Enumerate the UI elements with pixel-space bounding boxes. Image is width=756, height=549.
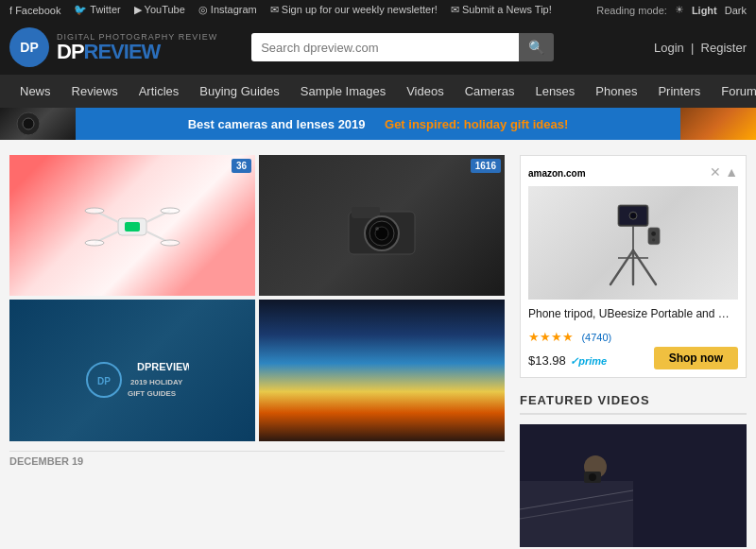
instagram-icon: ◎ <box>198 4 208 15</box>
svg-point-17 <box>375 227 379 231</box>
svg-line-23 <box>610 250 633 284</box>
search-area: 🔍 <box>251 33 554 61</box>
dark-mode-button[interactable]: Dark <box>725 5 747 16</box>
svg-point-9 <box>161 208 180 214</box>
banner-image-left <box>0 108 76 140</box>
svg-rect-32 <box>648 228 660 245</box>
svg-point-1 <box>23 118 34 129</box>
shop-now-button[interactable]: Shop now <box>654 347 738 369</box>
banner-text-area: Best cameras and lenses 2019 Get inspire… <box>76 115 680 132</box>
ad-product-title: Phone tripod, UBeesize Portable and … <box>528 307 738 322</box>
svg-point-34 <box>652 238 655 241</box>
email-icon: ✉ <box>270 4 279 15</box>
amazon-ad: amazon.com ✕ ▲ <box>520 155 747 378</box>
ad-close-button[interactable]: ✕ ▲ <box>710 164 738 180</box>
amazon-logo: amazon.com <box>528 163 586 180</box>
featured-videos-title: FEATURED VIDEOS <box>520 393 747 415</box>
logo-title: DPREVIEW <box>57 42 217 62</box>
nav-cameras[interactable]: Cameras <box>455 75 525 108</box>
article-card[interactable]: DP DPREVIEW 2019 HOLIDAY GIFT GUIDES 201… <box>9 300 255 440</box>
prime-badge: ✓prime <box>570 355 607 367</box>
date-label: DECEMBER 19 <box>9 451 505 471</box>
article-grid: 36 OPINION Gear of the Year 2019 – Dan's… <box>9 155 505 441</box>
comment-count-badge: 1616 <box>471 159 501 173</box>
newsletter-link[interactable]: ✉ Sign up for our weekly newsletter! <box>270 4 438 16</box>
instagram-link[interactable]: ◎ Instagram <box>198 4 257 16</box>
login-link[interactable]: Login <box>654 41 684 55</box>
nav-phones[interactable]: Phones <box>585 75 647 108</box>
promo-banner[interactable]: Best cameras and lenses 2019 Get inspire… <box>0 108 756 140</box>
header-auth: Login | Register <box>654 41 747 55</box>
svg-text:DP: DP <box>97 376 111 386</box>
reading-mode-label: Reading mode: <box>596 5 667 16</box>
article-image-gift: DP DPREVIEW 2019 HOLIDAY GIFT GUIDES <box>9 300 255 440</box>
article-card[interactable]: BUYING GUIDES The best cameras lenses an… <box>259 300 505 440</box>
twitter-icon: 🐦 <box>74 4 87 15</box>
banner-text-blue: Best cameras and lenses 2019 <box>188 117 366 131</box>
nav-printers[interactable]: Printers <box>647 75 711 108</box>
svg-line-25 <box>633 250 656 284</box>
ad-price: $13.98 <box>528 353 566 368</box>
featured-video-thumbnail[interactable]: ▶ <box>520 424 747 547</box>
svg-text:DPREVIEW: DPREVIEW <box>137 361 189 372</box>
article-image-camera: 1616 <box>259 155 505 296</box>
svg-text:2019 HOLIDAY: 2019 HOLIDAY <box>130 378 183 386</box>
top-bar: f Facebook 🐦 Twitter ▶ YouTube ◎ Instagr… <box>0 0 756 20</box>
nav-buying-guides[interactable]: Buying Guides <box>189 75 290 108</box>
nav-lenses[interactable]: Lenses <box>524 75 585 108</box>
ad-product-image <box>528 186 738 300</box>
article-card[interactable]: 1616 CAMERA REVIEW Nikon Z50 review: Cap… <box>259 155 505 296</box>
svg-point-11 <box>161 240 180 246</box>
sun-icon: ☀ <box>675 4 684 16</box>
search-button[interactable]: 🔍 <box>519 33 554 61</box>
svg-rect-3 <box>125 222 140 232</box>
nav-articles[interactable]: Articles <box>129 75 190 108</box>
nav-reviews[interactable]: Reviews <box>61 75 129 108</box>
svg-point-31 <box>631 214 636 218</box>
svg-text:GIFT GUIDES: GIFT GUIDES <box>128 389 177 398</box>
search-input[interactable] <box>251 33 519 61</box>
svg-point-10 <box>85 240 104 246</box>
register-link[interactable]: Register <box>701 41 747 55</box>
ad-header: amazon.com ✕ ▲ <box>528 163 738 180</box>
facebook-link[interactable]: f Facebook <box>9 5 60 16</box>
youtube-link[interactable]: ▶ YouTube <box>134 4 185 16</box>
comment-count-badge: 36 <box>232 159 251 173</box>
twitter-link[interactable]: 🐦 Twitter <box>74 4 120 16</box>
logo-icon: DP <box>9 27 49 67</box>
facebook-icon: f <box>9 5 12 16</box>
svg-point-8 <box>85 208 104 214</box>
banner-text-orange: Get inspired: holiday gift ideas! <box>385 117 568 131</box>
article-section: 36 OPINION Gear of the Year 2019 – Dan's… <box>9 155 505 549</box>
nav-forums[interactable]: Forums <box>711 75 756 108</box>
article-image-landscape <box>259 300 505 440</box>
svg-point-33 <box>651 232 656 236</box>
main-content: 36 OPINION Gear of the Year 2019 – Dan's… <box>0 140 756 549</box>
ad-price-area: $13.98 ✓prime <box>528 352 607 369</box>
article-image-drone: 36 <box>9 155 255 296</box>
nav-sample-images[interactable]: Sample Images <box>290 75 396 108</box>
article-card[interactable]: 36 OPINION Gear of the Year 2019 – Dan's… <box>9 155 255 296</box>
news-tip-link[interactable]: ✉ Submit a News Tip! <box>451 4 552 16</box>
top-bar-links: f Facebook 🐦 Twitter ▶ YouTube ◎ Instagr… <box>9 4 552 16</box>
svg-rect-36 <box>520 481 633 547</box>
banner-image-right <box>680 108 756 140</box>
nav-news[interactable]: News <box>9 75 61 108</box>
sidebar: amazon.com ✕ ▲ <box>520 155 747 549</box>
ad-rating: ★★★★ (4740) <box>528 328 738 345</box>
logo[interactable]: DP DIGITAL PHOTOGRAPHY REVIEW DPREVIEW <box>9 27 217 67</box>
light-mode-button[interactable]: Light <box>692 5 717 16</box>
nav-videos[interactable]: Videos <box>396 75 455 108</box>
main-nav: News Reviews Articles Buying Guides Samp… <box>0 75 756 108</box>
header: DP DIGITAL PHOTOGRAPHY REVIEW DPREVIEW 🔍… <box>0 20 756 75</box>
youtube-icon: ▶ <box>134 4 142 15</box>
svg-point-41 <box>589 473 596 481</box>
reading-mode: Reading mode: ☀ Light Dark <box>596 4 747 16</box>
rating-count: (4740) <box>581 332 611 343</box>
logo-text: DIGITAL PHOTOGRAPHY REVIEW DPREVIEW <box>57 33 217 62</box>
featured-videos-section: FEATURED VIDEOS ▶ DPReview TV: Fu <box>520 393 747 549</box>
news-icon: ✉ <box>451 4 459 15</box>
star-rating: ★★★★ <box>528 330 574 344</box>
